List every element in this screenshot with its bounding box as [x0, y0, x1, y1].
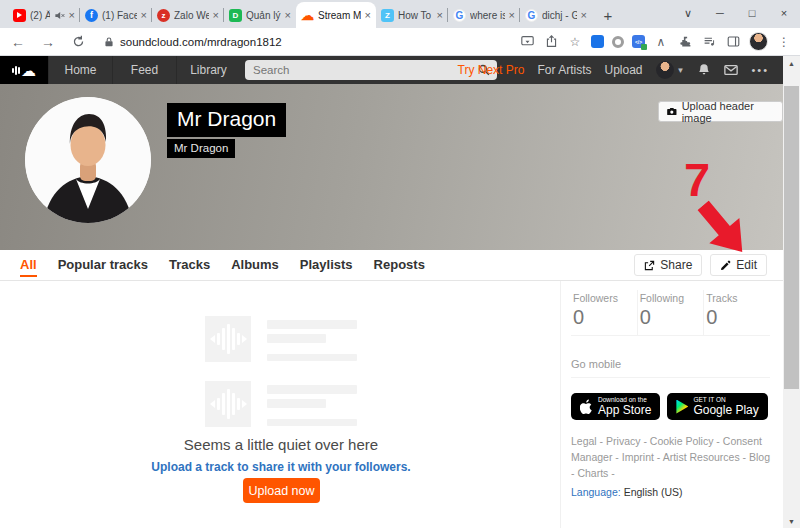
tab-facebook[interactable]: f (1) Faceboo × [80, 2, 152, 28]
close-tab-icon[interactable]: × [285, 10, 291, 21]
tab-tracks[interactable]: Tracks [169, 251, 210, 280]
tab-playlists[interactable]: Playlists [300, 251, 353, 280]
stat-followers[interactable]: Followers 0 [571, 290, 637, 335]
soundcloud-logo[interactable]: ☁ [0, 56, 48, 84]
nav-item-library[interactable]: Library [176, 56, 240, 84]
tab-google-search-1[interactable]: G where is so × [448, 2, 520, 28]
nav-item-home[interactable]: Home [48, 56, 112, 84]
extension-circle-icon[interactable] [612, 36, 624, 48]
scrollbar-thumb[interactable] [784, 86, 799, 389]
app-store-badge[interactable]: Download on the App Store [571, 393, 660, 420]
legal-link[interactable]: Privacy [606, 435, 650, 447]
empty-state-title: Seems a little quiet over here [101, 436, 461, 453]
media-playlist-icon[interactable] [701, 34, 717, 50]
close-tab-icon[interactable]: × [69, 10, 75, 21]
tab-soundcloud-active[interactable]: ☁ Stream Mr × [296, 2, 376, 28]
legal-link[interactable]: Cookie Policy [650, 435, 723, 447]
legal-link[interactable]: Charts [577, 467, 614, 479]
share-button[interactable]: Share [634, 254, 702, 276]
side-panel-icon[interactable] [725, 34, 741, 50]
extension-tag-icon[interactable] [591, 35, 604, 48]
tab-all[interactable]: All [20, 251, 37, 280]
tab-reposts[interactable]: Reposts [374, 251, 425, 280]
google-icon: G [453, 9, 466, 22]
notifications-bell-icon[interactable] [697, 63, 711, 77]
wave-bar [12, 68, 14, 73]
page-scrollbar[interactable]: ▲ ▼ [783, 56, 800, 528]
for-artists-link[interactable]: For Artists [537, 63, 591, 77]
maximize-icon[interactable]: □ [736, 0, 768, 26]
search-input[interactable] [245, 64, 478, 76]
minimize-icon[interactable]: ─ [704, 0, 736, 26]
close-tab-icon[interactable]: × [141, 10, 147, 21]
share-icon [644, 260, 655, 271]
tab-popular-tracks[interactable]: Popular tracks [58, 251, 148, 280]
scroll-up-icon[interactable]: ▲ [783, 56, 800, 70]
bookmark-star-icon[interactable]: ☆ [567, 34, 583, 50]
chevron-down-icon: ▼ [677, 66, 685, 75]
profile-avatar[interactable] [25, 97, 151, 223]
tab-label: Quản lý tin [246, 10, 281, 21]
soundcloud-icon: ☁ [301, 9, 314, 22]
close-window-icon[interactable]: × [768, 0, 800, 26]
tab-quan-ly-tin[interactable]: D Quản lý tin × [224, 2, 296, 28]
tab-how-to[interactable]: Z How To Ch × [376, 2, 448, 28]
legal-link[interactable]: Artist Resources [663, 451, 749, 463]
waveform-placeholder-icon [205, 381, 251, 427]
install-app-icon[interactable] [519, 34, 535, 50]
close-tab-icon[interactable]: × [213, 10, 219, 21]
profile-subtitle: Mr Dragon [167, 139, 235, 158]
language-link[interactable]: Language: [571, 486, 621, 498]
try-next-pro-link[interactable]: Try Next Pro [458, 63, 525, 77]
soundcloud-page: ☁ Home Feed Library Try Next Pro For Art… [0, 56, 800, 528]
address-bar: ← → soundcloud.com/mrdragon1812 ☆ </> ∧ … [0, 28, 800, 56]
stat-following[interactable]: Following 0 [637, 290, 704, 335]
reload-icon[interactable] [66, 30, 90, 54]
tab-zalo[interactable]: z Zalo Web × [152, 2, 224, 28]
extensions-puzzle-icon[interactable] [677, 34, 693, 50]
close-tab-icon[interactable]: × [437, 10, 443, 21]
caret-extension-icon[interactable]: ∧ [653, 34, 669, 50]
browser-tab-strip: (2) Âm × f (1) Faceboo × z Zalo Web × D … [0, 0, 800, 28]
stats-table: Followers 0 Following 0 Tracks 0 [571, 290, 770, 336]
messages-envelope-icon[interactable] [724, 63, 738, 77]
tab-albums[interactable]: Albums [231, 251, 279, 280]
nav-item-feed[interactable]: Feed [112, 56, 176, 84]
placeholder-text-bars [267, 381, 357, 427]
more-menu-dots-icon[interactable]: ••• [751, 64, 769, 76]
tab-google-search-2[interactable]: G dichj - Goo × [520, 2, 592, 28]
chrome-menu-dots-icon[interactable]: ⋮ [776, 34, 792, 50]
tab-youtube[interactable]: (2) Âm × [8, 2, 80, 28]
stat-label: Followers [573, 292, 637, 304]
forward-icon[interactable]: → [36, 30, 60, 54]
stat-value: 0 [706, 306, 770, 329]
close-tab-icon[interactable]: × [509, 10, 515, 21]
camera-icon [667, 106, 677, 117]
legal-link[interactable]: Legal [571, 435, 606, 447]
back-icon[interactable]: ← [6, 30, 30, 54]
close-tab-icon[interactable]: × [365, 10, 371, 21]
muted-speaker-icon[interactable] [54, 10, 65, 21]
upload-link[interactable]: Upload [604, 63, 642, 77]
extension-code-icon[interactable]: </> [632, 35, 645, 48]
user-menu[interactable]: ▼ [656, 61, 685, 79]
avatar-portrait [25, 97, 151, 223]
tab-label: (2) Âm [30, 10, 50, 21]
new-tab-button[interactable]: + [596, 3, 620, 27]
go-mobile-heading: Go mobile [571, 358, 770, 378]
url-field[interactable]: soundcloud.com/mrdragon1812 [104, 31, 519, 53]
wave-bar [18, 67, 20, 74]
share-page-icon[interactable] [543, 34, 559, 50]
upload-now-button[interactable]: Upload now [243, 478, 320, 503]
window-menu-chevron-icon[interactable]: ∨ [672, 0, 704, 26]
stat-tracks[interactable]: Tracks 0 [703, 290, 770, 335]
google-play-badge[interactable]: GET IT ON Google Play [667, 393, 767, 420]
zalo-icon: z [157, 9, 170, 22]
chrome-profile-avatar[interactable] [749, 32, 768, 51]
profile-title: Mr Dragon [167, 103, 286, 137]
scroll-down-icon[interactable]: ▼ [783, 514, 800, 528]
legal-link[interactable]: Imprint [622, 451, 663, 463]
upload-header-image-button[interactable]: Upload header image [658, 101, 783, 122]
upload-track-link[interactable]: Upload a track to share it with your fol… [101, 460, 461, 474]
close-tab-icon[interactable]: × [581, 10, 587, 21]
